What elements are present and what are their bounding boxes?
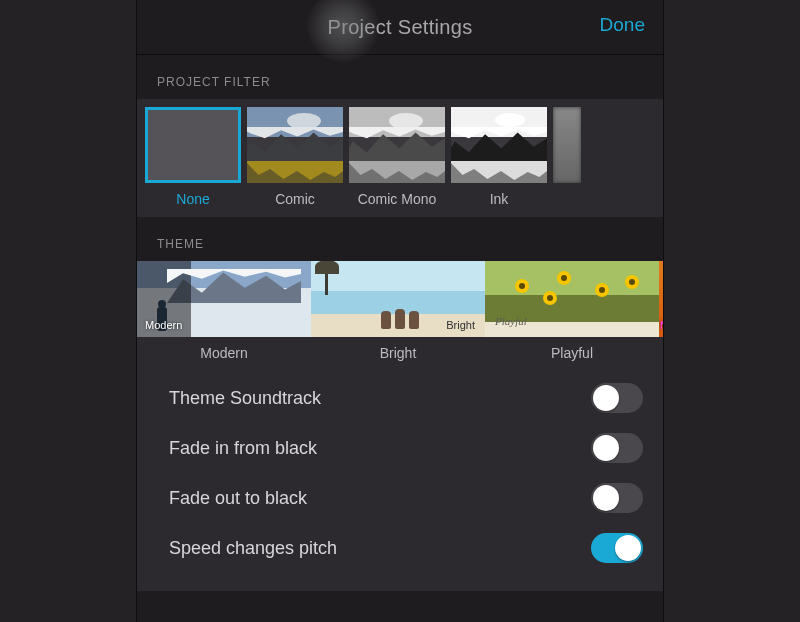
- toggle-theme-soundtrack[interactable]: [591, 383, 643, 413]
- theme-playful-overlay: Playful: [495, 315, 527, 327]
- toggle-fade-in[interactable]: [591, 433, 643, 463]
- setting-fade-in-label: Fade in from black: [169, 438, 317, 459]
- theme-modern[interactable]: Modern Modern: [137, 261, 311, 361]
- theme-neon-overlay: NEO: [660, 320, 663, 331]
- theme-bright[interactable]: Bright Bright: [311, 261, 485, 361]
- settings-list: Theme Soundtrack Fade in from black Fade…: [137, 361, 663, 573]
- filter-comic-thumb[interactable]: [247, 107, 343, 183]
- filter-next-thumb[interactable]: [553, 107, 581, 183]
- theme-band: Modern Modern Bright Bright Playful Play…: [137, 261, 663, 591]
- setting-fade-out-label: Fade out to black: [169, 488, 307, 509]
- filter-comic-caption: Comic: [247, 191, 343, 207]
- toggle-speed-pitch[interactable]: [591, 533, 643, 563]
- filter-comic-mono-caption: Comic Mono: [349, 191, 445, 207]
- filter-comic-mono[interactable]: Comic Mono: [349, 107, 445, 207]
- theme-modern-caption: Modern: [137, 345, 311, 361]
- theme-bright-caption: Bright: [311, 345, 485, 361]
- theme-bright-thumb[interactable]: Bright: [311, 261, 485, 337]
- settings-panel: Project Settings Done PROJECT FILTER Non…: [137, 0, 663, 622]
- filter-next-partial[interactable]: [553, 107, 581, 207]
- setting-fade-in: Fade in from black: [169, 423, 643, 473]
- filter-comic-mono-thumb[interactable]: [349, 107, 445, 183]
- theme-modern-overlay: Modern: [145, 319, 182, 331]
- setting-theme-soundtrack: Theme Soundtrack: [169, 373, 643, 423]
- filter-strip[interactable]: None Comic Comic Mono Ink: [137, 99, 663, 217]
- theme-playful-thumb[interactable]: Playful: [485, 261, 659, 337]
- setting-speed-pitch-label: Speed changes pitch: [169, 538, 337, 559]
- project-filter-label: PROJECT FILTER: [137, 55, 663, 99]
- theme-playful[interactable]: Playful Playful: [485, 261, 659, 361]
- theme-playful-caption: Playful: [485, 345, 659, 361]
- setting-fade-out: Fade out to black: [169, 473, 643, 523]
- filter-comic[interactable]: Comic: [247, 107, 343, 207]
- theme-modern-thumb[interactable]: Modern: [137, 261, 311, 337]
- theme-neon-thumb[interactable]: NEO: [659, 261, 663, 337]
- filter-ink[interactable]: Ink: [451, 107, 547, 207]
- header: Project Settings Done: [137, 0, 663, 55]
- filter-ink-caption: Ink: [451, 191, 547, 207]
- theme-label: THEME: [137, 217, 663, 261]
- setting-theme-soundtrack-label: Theme Soundtrack: [169, 388, 321, 409]
- toggle-fade-out[interactable]: [591, 483, 643, 513]
- theme-strip[interactable]: Modern Modern Bright Bright Playful Play…: [137, 261, 663, 361]
- filter-ink-thumb[interactable]: [451, 107, 547, 183]
- theme-bright-overlay: Bright: [446, 319, 475, 331]
- filter-none[interactable]: None: [145, 107, 241, 207]
- done-button[interactable]: Done: [600, 14, 645, 36]
- setting-speed-pitch: Speed changes pitch: [169, 523, 643, 573]
- filter-none-caption: None: [145, 191, 241, 207]
- theme-neon-partial[interactable]: NEO: [659, 261, 663, 361]
- filter-none-thumb[interactable]: [145, 107, 241, 183]
- page-title: Project Settings: [328, 16, 473, 39]
